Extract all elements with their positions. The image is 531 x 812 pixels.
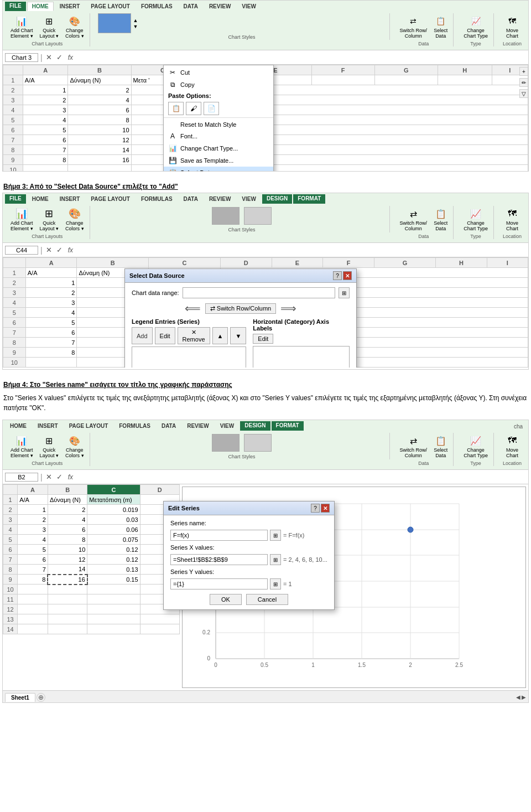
formula-confirm-3[interactable]: ✓ <box>55 473 64 481</box>
paste-icon-1[interactable]: 📋 <box>168 102 184 115</box>
edit-series-btn[interactable]: Edit <box>155 327 175 344</box>
col-hdr-b-3[interactable]: B <box>48 485 87 495</box>
s2-a6[interactable]: 5 <box>25 318 77 328</box>
tab-insert-3[interactable]: INSERT <box>33 421 63 431</box>
s3-d14[interactable] <box>140 624 179 634</box>
cell-a5[interactable]: 4 <box>23 115 68 125</box>
tab-file-1[interactable]: FILE <box>5 2 26 11</box>
tab-view-2[interactable]: VIEW <box>237 194 261 204</box>
paste-icon-2[interactable]: 🖌 <box>186 102 201 115</box>
formula-confirm-2[interactable]: ✓ <box>55 246 64 254</box>
switch-row-col-btn-sds[interactable]: ⇄ Switch Row/Column <box>205 303 276 314</box>
s3-a5[interactable]: 4 <box>18 535 48 545</box>
ctx-select-data[interactable]: 📋 Select Data... <box>164 167 273 172</box>
name-box-2[interactable] <box>5 246 38 255</box>
tab-design-3[interactable]: DESIGN <box>240 421 270 431</box>
formula-cancel-2[interactable]: ✕ <box>45 246 53 254</box>
cell-b1[interactable]: Δύναμη (N) <box>68 75 131 85</box>
add-chart-btn-3[interactable]: 📊 Add ChartElement ▾ <box>8 433 35 459</box>
formula-fx-1[interactable]: fx <box>66 54 75 61</box>
col-header-g[interactable]: G <box>374 65 438 75</box>
cell-a2[interactable]: 1 <box>23 85 68 95</box>
s3-a9[interactable]: 8 <box>18 575 48 585</box>
col-header-h[interactable]: H <box>438 65 492 75</box>
change-chart-type-btn[interactable]: 📈 ChangeChart Type <box>461 13 490 40</box>
series-x-ref-btn[interactable]: ⊞ <box>270 554 281 565</box>
s3-b6[interactable]: 10 <box>48 545 87 555</box>
s3-a6[interactable]: 5 <box>18 545 48 555</box>
move-chart-btn-2[interactable]: 🗺 MoveChart <box>503 206 521 232</box>
col-hdr-b-2[interactable]: B <box>77 258 149 268</box>
chart-style-box-2[interactable] <box>212 207 240 225</box>
s3-b12[interactable] <box>48 604 87 614</box>
col-hdr-c-3[interactable]: C <box>87 485 140 495</box>
tab-review-2[interactable]: REVIEW <box>204 194 236 204</box>
s3-d13[interactable] <box>140 614 179 624</box>
cell-a4[interactable]: 3 <box>23 105 68 115</box>
cell-b10[interactable] <box>68 165 131 172</box>
s3-c12[interactable] <box>87 604 140 614</box>
chart-style-scroll-down[interactable]: ▼ <box>133 24 138 29</box>
s3-b14[interactable] <box>48 624 87 634</box>
s3-a2[interactable]: 1 <box>18 505 48 515</box>
series-name-input[interactable] <box>170 530 268 541</box>
tab-formulas-1[interactable]: FORMULAS <box>136 2 178 11</box>
s3-b11[interactable] <box>48 594 87 604</box>
right-tool-pencil[interactable]: ✏ <box>519 78 528 87</box>
move-chart-btn[interactable]: 🗺 MoveChart <box>503 13 521 40</box>
s3-b10[interactable] <box>48 585 87 594</box>
formula-cancel-3[interactable]: ✕ <box>45 473 53 481</box>
remove-series-btn[interactable]: ✕ Remove <box>178 327 210 344</box>
ctx-reset-match[interactable]: Reset to Match Style <box>164 119 273 130</box>
tab-data-2[interactable]: DATA <box>179 194 203 204</box>
tab-file-2[interactable]: FILE <box>5 194 26 204</box>
s3-c1[interactable]: Μετατόπιση (m) <box>87 495 140 505</box>
tab-pagelayout-3[interactable]: PAGE LAYOUT <box>64 421 113 431</box>
s3-b8[interactable]: 14 <box>48 565 87 575</box>
dialog-close-btn-sds[interactable]: ✕ <box>343 271 352 280</box>
s3-a11[interactable] <box>18 594 48 604</box>
s2-a9[interactable]: 8 <box>25 348 77 358</box>
tab-view-1[interactable]: VIEW <box>237 2 261 11</box>
cell-a7[interactable]: 6 <box>23 135 68 145</box>
tab-data-1[interactable]: DATA <box>179 2 203 11</box>
tab-review-3[interactable]: REVIEW <box>182 421 214 431</box>
tab-home-3[interactable]: HOME <box>5 421 32 431</box>
cell-b6[interactable]: 10 <box>68 125 131 135</box>
series-y-ref-btn[interactable]: ⊞ <box>270 578 281 589</box>
cell-b8[interactable]: 14 <box>68 145 131 155</box>
series-name-ref-btn[interactable]: ⊞ <box>270 530 281 541</box>
s2-a1[interactable]: A/A <box>25 268 77 278</box>
scroll-left-btn[interactable]: ◀ <box>516 694 520 700</box>
s2-a8[interactable]: 7 <box>25 338 77 348</box>
s3-b1[interactable]: Δύναμη (N) <box>48 495 87 505</box>
add-sheet-btn[interactable]: ⊕ <box>37 693 45 702</box>
s2-a10[interactable] <box>25 358 77 368</box>
formula-input-3[interactable] <box>77 474 526 480</box>
cell-f1[interactable] <box>311 75 374 85</box>
s3-a14[interactable] <box>18 624 48 634</box>
chart-style-box-3b[interactable] <box>244 434 272 452</box>
s3-c7[interactable]: 0.12 <box>87 555 140 565</box>
chart-data-range-ref-btn[interactable]: ⊞ <box>339 287 350 298</box>
series-x-input[interactable] <box>170 554 268 565</box>
legend-entries-list[interactable] <box>132 346 246 368</box>
s2-a4[interactable]: 3 <box>25 298 77 308</box>
cell-b7[interactable]: 12 <box>68 135 131 145</box>
s3-a13[interactable] <box>18 614 48 624</box>
formula-input-2[interactable] <box>77 247 526 254</box>
cell-h1[interactable] <box>438 75 492 85</box>
formula-fx-3[interactable]: fx <box>66 473 75 481</box>
ctx-save-template[interactable]: 💾 Save as Template... <box>164 154 273 167</box>
tab-review-1[interactable]: REVIEW <box>204 2 236 11</box>
cell-a6[interactable]: 5 <box>23 125 68 135</box>
tab-formulas-3[interactable]: FORMULAS <box>114 421 155 431</box>
col-header-b[interactable]: B <box>68 65 131 75</box>
series-y-input[interactable] <box>170 578 268 589</box>
scroll-right-btn[interactable]: ▶ <box>522 694 526 700</box>
col-hdr-g-2[interactable]: G <box>374 258 435 268</box>
name-box-3[interactable] <box>5 473 38 482</box>
s3-c5[interactable]: 0.075 <box>87 535 140 545</box>
chart-data-range-input[interactable] <box>183 287 335 298</box>
switch-row-col-btn-3[interactable]: ⇄ Switch Row/Column <box>398 433 430 459</box>
